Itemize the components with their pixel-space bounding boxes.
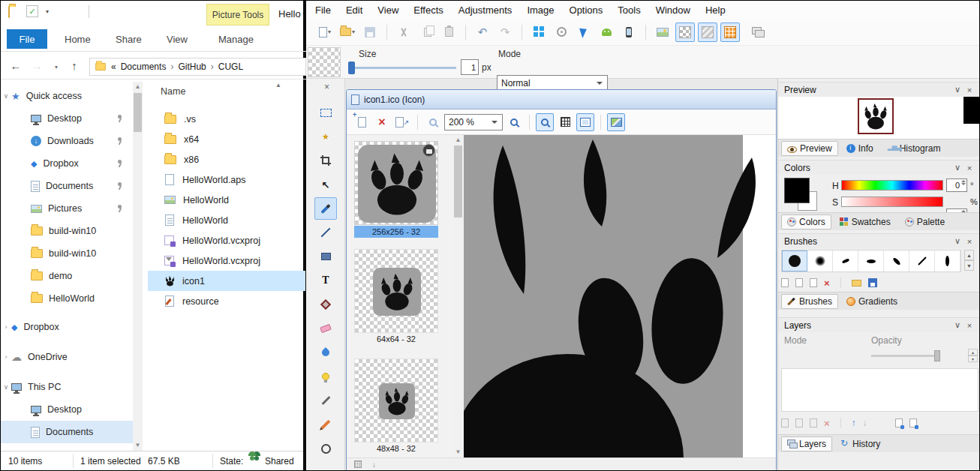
close-icon[interactable]: × — [963, 321, 975, 330]
back-button[interactable]: ← — [7, 56, 25, 74]
move-layer-down-icon[interactable]: ↓ — [863, 418, 867, 428]
import-layer-icon[interactable] — [895, 418, 903, 428]
size-slider-track[interactable] — [348, 67, 456, 69]
expander-icon[interactable]: › — [1, 353, 11, 361]
export-page-button[interactable]: ↗ — [393, 113, 411, 131]
delete-layer-icon[interactable]: × — [824, 418, 830, 429]
page-thumbnail-256[interactable] — [354, 141, 438, 225]
windows-test-button[interactable] — [529, 22, 549, 42]
magnifier-toggle-button[interactable] — [536, 113, 554, 131]
brush-shape-small-oval[interactable] — [833, 250, 858, 272]
tool-text[interactable]: T — [314, 269, 337, 292]
menu-adjustments[interactable]: Adjustments — [457, 2, 514, 18]
tab-layers[interactable]: Layers — [781, 436, 832, 452]
delete-brush-icon[interactable]: × — [824, 278, 830, 289]
tab-colors[interactable]: Colors — [781, 214, 831, 230]
tab-histogram[interactable]: Histogram — [882, 141, 947, 156]
file-row[interactable]: resource — [148, 291, 305, 311]
sidebar-item-dropbox-root[interactable]: › ◆ Dropbox — [1, 316, 133, 338]
scroll-down-icon[interactable]: ▼ — [133, 442, 143, 448]
page-thumbnail-64[interactable] — [354, 249, 438, 333]
brush-shape-diagonal-line[interactable] — [909, 250, 935, 272]
redo-button[interactable]: ↷ — [495, 22, 515, 42]
size-value-input[interactable]: 1 — [461, 59, 479, 75]
image-background-button[interactable] — [653, 22, 672, 42]
brush-shape-horizontal-oval[interactable] — [858, 250, 884, 272]
tool-move[interactable]: ↖ — [314, 173, 337, 196]
tool-color-picker[interactable] — [314, 389, 337, 412]
brush-shape-vertical-oval[interactable] — [935, 250, 960, 272]
checker-background-button[interactable] — [675, 22, 695, 42]
layers-list[interactable] — [781, 368, 978, 412]
tool-lighten[interactable] — [314, 365, 337, 388]
sidebar-item-demo[interactable]: demo — [1, 265, 133, 287]
opacity-spinner[interactable]: ▲ ▼ — [968, 349, 978, 362]
column-header-name[interactable]: Name — [161, 86, 185, 97]
frame-toggle-button[interactable] — [576, 113, 594, 131]
scrollbar-thumb[interactable] — [134, 93, 142, 132]
file-row[interactable]: HelloWorld — [148, 190, 305, 210]
qat-checkmark-icon[interactable]: ✓ — [26, 5, 38, 17]
scroll-up-icon[interactable]: ▲ — [453, 136, 463, 143]
matte-background-button[interactable] — [698, 22, 717, 42]
brush-shape-circle[interactable] — [782, 250, 807, 272]
ribbon-tab-home[interactable]: Home — [65, 34, 91, 45]
move-layer-up-icon[interactable]: ↑ — [852, 418, 856, 428]
phone-test-button[interactable] — [619, 22, 639, 42]
ribbon-tab-view[interactable]: View — [167, 34, 188, 45]
menu-options[interactable]: Options — [568, 2, 605, 18]
spinner-icon[interactable] — [961, 180, 966, 185]
close-icon[interactable]: × — [963, 164, 975, 172]
tool-blur[interactable] — [314, 341, 337, 364]
new-brush-icon[interactable] — [781, 278, 789, 287]
macos-test-button[interactable] — [552, 22, 571, 42]
sidebar-scrollbar[interactable]: ▲ ▼ — [133, 82, 143, 451]
file-row[interactable]: x64 — [148, 129, 305, 149]
duplicate-layer-icon[interactable] — [795, 418, 803, 428]
address-bar[interactable]: « Documents › GitHub › CUGL — [89, 58, 306, 76]
tab-history[interactable]: History — [834, 436, 886, 452]
file-row[interactable]: x86 — [148, 149, 305, 170]
collapse-icon[interactable]: ∨ — [951, 163, 963, 172]
sidebar-item-build-win10[interactable]: build-win10 — [1, 220, 133, 242]
brushes-panel-header[interactable]: Brushes ∨ × — [778, 233, 980, 248]
sidebar-item-desktop[interactable]: Desktop — [1, 107, 133, 130]
grid-background-button[interactable] — [720, 22, 740, 42]
tool-crop[interactable] — [314, 149, 337, 172]
tool-pencil[interactable] — [314, 413, 337, 436]
sort-ascending-icon[interactable]: ▲ — [275, 82, 281, 88]
collapse-icon[interactable]: ∨ — [951, 236, 963, 246]
menu-file[interactable]: File — [314, 2, 332, 18]
menu-tools[interactable]: Tools — [616, 2, 642, 18]
menu-view[interactable]: View — [376, 2, 400, 18]
tab-preview[interactable]: Preview — [781, 141, 838, 156]
qat-dropdown-icon[interactable]: ▾ — [46, 8, 49, 15]
tool-rectangle[interactable] — [314, 245, 337, 268]
android-test-button[interactable] — [597, 22, 616, 42]
zoom-select[interactable]: 200 % — [444, 114, 503, 130]
sidebar-item-build-win10-2[interactable]: build-win10 — [1, 242, 133, 265]
ribbon-file-tab[interactable]: File — [7, 29, 47, 49]
file-row[interactable]: HelloWorld — [148, 210, 305, 230]
edit-brush-icon[interactable] — [810, 278, 817, 287]
close-icon[interactable]: × — [963, 237, 975, 246]
test-image-button[interactable] — [607, 113, 625, 131]
collapse-icon[interactable]: ∨ — [951, 320, 963, 330]
sidebar-item-downloads[interactable]: ↓ Downloads — [1, 130, 133, 152]
close-icon[interactable]: × — [324, 82, 329, 92]
hue-slider[interactable] — [841, 180, 943, 190]
sidebar-item-dropbox[interactable]: ◆ Dropbox — [1, 152, 133, 175]
breadcrumb-crumb[interactable]: CUGL — [218, 62, 243, 72]
save-button[interactable] — [360, 22, 380, 42]
opacity-slider-thumb[interactable] — [934, 350, 940, 362]
opacity-slider-track[interactable] — [871, 355, 940, 357]
collapse-icon[interactable]: ∨ — [951, 85, 963, 94]
spinner-up-icon[interactable]: ▲ — [968, 349, 978, 356]
tool-brush[interactable] — [314, 197, 337, 220]
new-layer-icon[interactable] — [781, 418, 789, 428]
forward-button[interactable]: → — [28, 56, 46, 74]
spinner-down-icon[interactable]: ▼ — [964, 260, 974, 271]
tool-magic-wand[interactable]: ★ — [314, 125, 337, 148]
tool-fill[interactable] — [314, 293, 337, 316]
load-brushes-icon[interactable] — [852, 280, 861, 286]
